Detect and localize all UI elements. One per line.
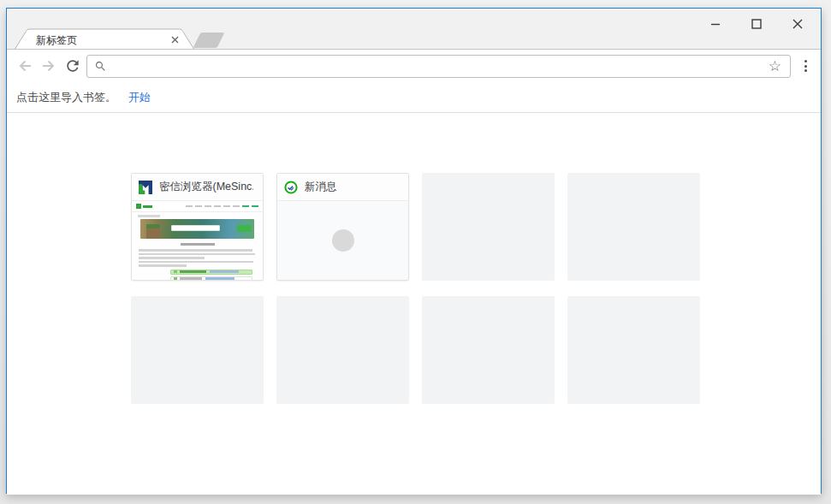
empty-tile (131, 296, 264, 404)
menu-dots-icon (804, 60, 807, 62)
thumb-paragraph (139, 249, 256, 267)
thumb-list-row (170, 270, 252, 275)
address-bar: ☆ (86, 55, 791, 78)
minimize-button[interactable] (703, 12, 728, 36)
verified-message-icon (284, 181, 298, 194)
loading-placeholder-circle (332, 229, 354, 252)
desktop-background: 新标签页 ☆ (0, 0, 831, 504)
most-visited-tile-new-message[interactable]: 新消息 (276, 173, 409, 281)
close-button[interactable] (785, 12, 810, 36)
tab-title: 新标签页 (36, 33, 156, 48)
browser-menu-button[interactable] (791, 54, 821, 78)
thumb-banner-tower (146, 224, 160, 239)
back-button[interactable] (13, 54, 37, 78)
thumb-logo (136, 204, 141, 209)
close-icon (792, 18, 804, 30)
minimize-icon (709, 18, 721, 30)
empty-tile (567, 173, 700, 281)
forward-button[interactable] (37, 54, 61, 78)
most-visited-tile-mesince[interactable]: 密信浏览器(MeSinc... (131, 173, 264, 281)
tile-thumbnail (132, 201, 263, 280)
mesince-logo-icon (139, 181, 152, 194)
new-tab-page: 密信浏览器(MeSinc... (7, 113, 821, 495)
thumb-heading (181, 243, 215, 246)
thumb-search-box (171, 225, 220, 232)
empty-tile (422, 173, 555, 281)
empty-tile (567, 296, 700, 404)
browser-window: 新标签页 ☆ (6, 8, 822, 494)
toolbar: ☆ (7, 49, 821, 82)
tab-close-button[interactable] (168, 33, 181, 46)
maximize-button[interactable] (744, 12, 769, 36)
thumb-breadcrumb (138, 215, 160, 217)
reload-button[interactable] (61, 54, 85, 78)
forward-icon (40, 57, 57, 74)
tile-thumbnail (277, 201, 408, 280)
empty-tile (276, 296, 409, 404)
bookmark-star-button[interactable]: ☆ (767, 59, 783, 74)
tile-title: 密信浏览器(MeSinc... (159, 180, 253, 194)
import-bookmarks-bar: 点击这里导入书签。 开始 (7, 82, 821, 113)
address-input[interactable] (112, 59, 767, 74)
reload-icon (64, 57, 81, 74)
star-icon: ☆ (769, 58, 781, 74)
tile-header: 密信浏览器(MeSinc... (132, 174, 263, 201)
webpage-thumbnail (132, 201, 263, 280)
import-bookmarks-start-link[interactable]: 开始 (128, 90, 151, 105)
tab-new-tab-page[interactable]: 新标签页 (14, 28, 195, 50)
thumb-list-row (170, 276, 252, 281)
thumb-navbar (132, 201, 263, 212)
window-controls (703, 12, 810, 36)
maximize-icon (751, 18, 763, 30)
import-bookmarks-text: 点击这里导入书签。 (16, 90, 116, 105)
tile-title: 新消息 (305, 180, 399, 194)
most-visited-grid: 密信浏览器(MeSinc... (131, 173, 700, 404)
tab-close-icon (171, 36, 179, 44)
thumb-download-list (170, 270, 252, 281)
tile-header: 新消息 (277, 174, 408, 201)
thumb-banner (140, 219, 254, 239)
empty-tile (422, 296, 555, 404)
search-icon (94, 60, 107, 73)
back-icon (16, 57, 33, 74)
thumb-search-button (237, 225, 251, 232)
